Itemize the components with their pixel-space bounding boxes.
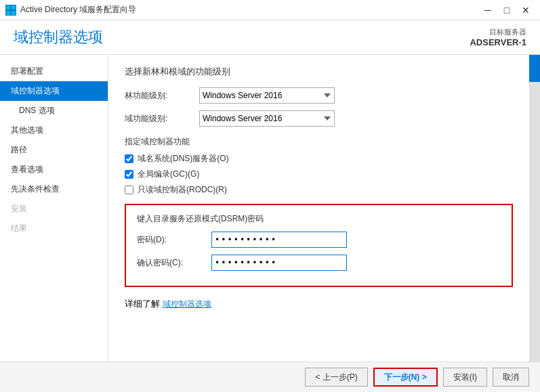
scroll-thumb[interactable] — [529, 55, 540, 82]
server-name: ADSERVER-1 — [470, 37, 526, 47]
title-bar: Active Directory 域服务配置向导 ─ □ ✕ — [0, 0, 540, 20]
right-sidebar — [529, 55, 540, 362]
svg-rect-3 — [12, 11, 16, 15]
link-area: 详细了解 域控制器选项 — [125, 298, 513, 310]
password-section: 键入目录服务还原模式(DSRM)密码 密码(D): 确认密码(C): — [125, 204, 513, 287]
maximize-button[interactable]: □ — [498, 3, 516, 17]
svg-rect-1 — [12, 5, 16, 9]
confirm-label: 确认密码(C): — [137, 257, 211, 269]
sidebar-item-other[interactable]: 其他选项 — [0, 121, 108, 140]
next-button[interactable]: 下一步(N) > — [373, 368, 438, 387]
sidebar-item-install: 安装 — [0, 199, 108, 219]
help-link[interactable]: 域控制器选项 — [163, 299, 211, 309]
cancel-button[interactable]: 取消 — [493, 368, 529, 387]
back-button[interactable]: < 上一步(P) — [305, 368, 367, 387]
title-bar-left: Active Directory 域服务配置向导 — [5, 4, 136, 16]
help-link-prefix: 详细了解 — [125, 299, 160, 309]
domain-level-row: 域功能级别: Windows Server 2016 Windows Serve… — [125, 110, 513, 127]
sidebar-item-dc-options[interactable]: 域控制器选项 — [0, 81, 108, 101]
sidebar-item-dns[interactable]: DNS 选项 — [0, 101, 108, 121]
password-input[interactable] — [211, 232, 347, 248]
checkbox-gc-row: 全局编录(GC)(G) — [125, 169, 513, 180]
checkbox-rodc-row: 只读域控制器(RODC)(R) — [125, 184, 513, 196]
forest-level-row: 林功能级别: Windows Server 2016 Windows Serve… — [125, 87, 513, 104]
window-controls: ─ □ ✕ — [479, 3, 535, 17]
sidebar-item-path[interactable]: 路径 — [0, 140, 108, 160]
domain-level-select[interactable]: Windows Server 2016 Windows Server 2012 … — [199, 110, 335, 127]
main-container: 域控制器选项 目标服务器 ADSERVER-1 部署配置 域控制器选项 DNS … — [0, 20, 540, 392]
server-label: 目标服务器 — [470, 27, 526, 37]
content-area: 部署配置 域控制器选项 DNS 选项 其他选项 路径 查看选项 先决条件检查 安… — [0, 55, 540, 362]
sidebar-item-review[interactable]: 查看选项 — [0, 160, 108, 179]
server-info: 目标服务器 ADSERVER-1 — [470, 27, 526, 47]
sidebar-item-prereq[interactable]: 先决条件检查 — [0, 179, 108, 199]
password-label: 密码(D): — [137, 234, 211, 246]
password-row: 密码(D): — [137, 232, 501, 248]
svg-rect-2 — [6, 11, 10, 15]
checkbox-gc-label: 全局编录(GC)(G) — [138, 169, 199, 180]
checkboxes-section: 指定域控制器功能 域名系统(DNS)服务器(O) 全局编录(GC)(G) 只读域… — [125, 136, 513, 196]
window-title: Active Directory 域服务配置向导 — [20, 4, 136, 16]
sidebar-item-results: 结果 — [0, 219, 108, 238]
checkboxes-title: 指定域控制器功能 — [125, 136, 513, 148]
checkbox-gc[interactable] — [125, 170, 133, 179]
close-button[interactable]: ✕ — [517, 3, 535, 17]
sidebar-item-deploy[interactable]: 部署配置 — [0, 62, 108, 81]
sidebar: 部署配置 域控制器选项 DNS 选项 其他选项 路径 查看选项 先决条件检查 安… — [0, 55, 108, 362]
checkbox-rodc-label: 只读域控制器(RODC)(R) — [138, 184, 227, 196]
checkbox-dns-row: 域名系统(DNS)服务器(O) — [125, 153, 513, 165]
checkbox-dns[interactable] — [125, 154, 133, 163]
checkbox-rodc[interactable] — [125, 186, 133, 194]
password-section-title: 键入目录服务还原模式(DSRM)密码 — [137, 213, 501, 225]
main-panel: 选择新林和根域的功能级别 林功能级别: Windows Server 2016 … — [108, 55, 529, 362]
app-icon — [5, 5, 16, 16]
forest-label: 林功能级别: — [125, 90, 199, 102]
bottom-bar: < 上一步(P) 下一步(N) > 安装(I) 取消 — [0, 362, 540, 392]
confirm-password-input[interactable] — [211, 255, 347, 271]
page-title: 域控制器选项 — [14, 27, 103, 47]
section-title: 选择新林和根域的功能级别 — [125, 66, 513, 78]
confirm-password-row: 确认密码(C): — [137, 255, 501, 271]
domain-label: 域功能级别: — [125, 113, 199, 125]
checkbox-dns-label: 域名系统(DNS)服务器(O) — [138, 153, 229, 165]
minimize-button[interactable]: ─ — [479, 3, 497, 17]
forest-level-select[interactable]: Windows Server 2016 Windows Server 2012 … — [199, 87, 335, 104]
install-button[interactable]: 安装(I) — [443, 368, 487, 387]
page-header: 域控制器选项 目标服务器 ADSERVER-1 — [0, 20, 540, 55]
svg-rect-0 — [6, 5, 10, 9]
